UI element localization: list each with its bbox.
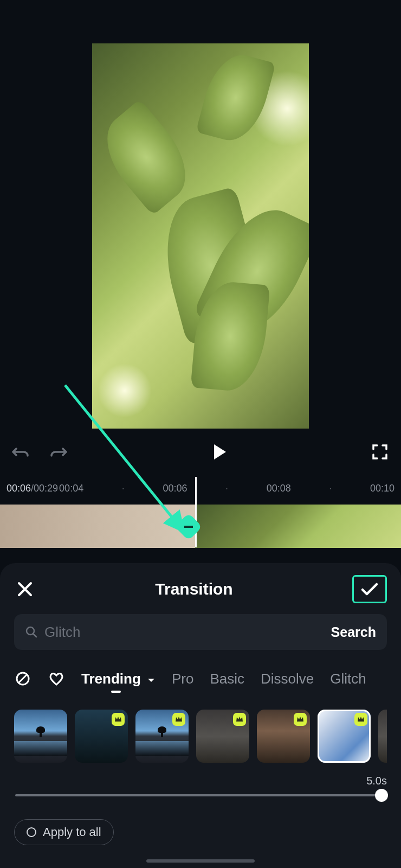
transition-item[interactable] xyxy=(378,710,387,763)
svg-line-2 xyxy=(33,634,36,637)
search-bar: Glitch Search xyxy=(14,614,387,650)
duration-value: 5.0s xyxy=(366,775,387,787)
transition-panel: Transition Glitch Search xyxy=(0,563,401,868)
transition-item[interactable] xyxy=(318,710,371,763)
slider-handle[interactable] xyxy=(375,789,388,802)
duration-slider[interactable] xyxy=(15,794,386,796)
time-mark: 00:06 xyxy=(163,483,187,494)
tab-trending[interactable]: Trending xyxy=(81,671,156,687)
panel-title: Transition xyxy=(36,580,352,598)
transition-item[interactable] xyxy=(257,710,310,763)
transition-thumbnails xyxy=(14,710,387,763)
transition-item[interactable] xyxy=(75,710,128,763)
undo-icon xyxy=(12,444,30,459)
redo-button[interactable] xyxy=(48,442,68,462)
timeline[interactable] xyxy=(0,502,401,551)
none-tab[interactable] xyxy=(14,670,31,687)
current-time: 00:06 xyxy=(7,483,31,494)
apply-to-all-label: Apply to all xyxy=(43,825,101,839)
crown-icon xyxy=(112,713,125,726)
tab-dissolve[interactable]: Dissolve xyxy=(261,671,314,687)
chevron-down-icon xyxy=(147,671,156,687)
home-indicator[interactable] xyxy=(146,859,255,863)
tab-glitch[interactable]: Glitch xyxy=(330,671,366,687)
heart-icon xyxy=(48,671,64,687)
search-icon xyxy=(25,626,38,639)
close-icon xyxy=(17,581,33,597)
video-preview-area xyxy=(0,0,401,429)
time-mark: 00:10 xyxy=(370,483,394,494)
svg-line-4 xyxy=(18,674,27,683)
duration-slider-row: 5.0s xyxy=(14,776,387,804)
timeline-clip[interactable] xyxy=(0,505,195,548)
none-icon xyxy=(15,671,31,687)
redo-icon xyxy=(49,444,67,459)
play-button[interactable] xyxy=(208,441,230,463)
video-preview[interactable] xyxy=(92,43,309,429)
apply-to-all-button[interactable]: Apply to all xyxy=(14,819,114,845)
crown-icon xyxy=(354,713,367,726)
crown-icon xyxy=(294,713,307,726)
time-ruler: 00:06/00:29 00:04 · 00:06 · 00:08 · 00:1… xyxy=(0,475,401,502)
confirm-button[interactable] xyxy=(352,575,387,603)
fullscreen-button[interactable] xyxy=(370,442,390,462)
play-icon xyxy=(214,444,226,459)
search-input[interactable]: Glitch xyxy=(25,624,320,641)
crown-icon xyxy=(233,713,246,726)
tab-pro[interactable]: Pro xyxy=(172,671,193,687)
total-time: 00:29 xyxy=(34,483,58,494)
tab-basic[interactable]: Basic xyxy=(210,671,244,687)
playhead[interactable] xyxy=(195,477,197,547)
radio-icon xyxy=(27,827,36,837)
fullscreen-icon xyxy=(372,444,388,460)
search-placeholder: Glitch xyxy=(44,624,80,641)
transition-item[interactable] xyxy=(196,710,249,763)
search-button[interactable]: Search xyxy=(320,624,376,640)
category-tabs: Trending Pro Basic Dissolve Glitch xyxy=(14,666,387,691)
playback-controls xyxy=(0,429,401,475)
transition-item[interactable] xyxy=(14,710,67,763)
transition-item[interactable] xyxy=(135,710,189,763)
time-mark: 00:08 xyxy=(267,483,291,494)
time-mark: 00:04 xyxy=(59,483,83,494)
favorites-tab[interactable] xyxy=(48,670,65,687)
timeline-clip[interactable] xyxy=(195,505,401,548)
undo-button[interactable] xyxy=(11,442,31,462)
crown-icon xyxy=(172,713,185,726)
check-icon xyxy=(360,582,379,596)
close-button[interactable] xyxy=(14,578,36,600)
